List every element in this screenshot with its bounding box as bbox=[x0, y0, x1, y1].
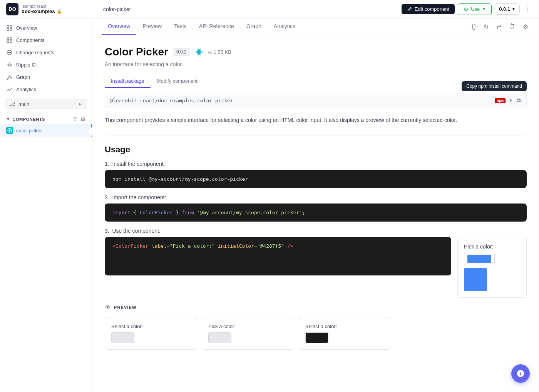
preview-color-input-2[interactable] bbox=[305, 332, 328, 343]
sidebar-item-label: Graph bbox=[16, 74, 30, 80]
version-button[interactable]: 0.0.1 ▼ bbox=[495, 3, 520, 15]
use-icon: ⚙ bbox=[464, 6, 469, 12]
framework-icon bbox=[195, 48, 203, 56]
code-view-button[interactable]: {} bbox=[470, 22, 477, 32]
components-icon bbox=[6, 37, 12, 43]
settings-button[interactable]: ⚙ bbox=[521, 22, 530, 32]
tag-close: /> bbox=[287, 243, 293, 249]
workspace-label: learnbit-react bbox=[22, 4, 62, 8]
component-item-label: color-picker bbox=[16, 128, 42, 133]
tab-preview[interactable]: Preview bbox=[136, 18, 168, 35]
filter-components-button[interactable]: ▽ bbox=[72, 115, 78, 123]
npm-dropdown-icon: ▼ bbox=[509, 98, 513, 103]
usage-step-2: 2. Import the component: import { ColorP… bbox=[105, 194, 527, 222]
preview-card-1-label: Pick a color: bbox=[208, 324, 288, 329]
import-module: { ColorPicker } bbox=[134, 210, 182, 215]
branch-selector[interactable]: ⎇ main ↩ bbox=[5, 98, 87, 109]
sidebar-item-overview[interactable]: Overview bbox=[0, 22, 92, 34]
components-actions: ▽ ⊞ bbox=[72, 115, 86, 123]
sidebar-item-color-picker[interactable]: color-picker bbox=[0, 124, 92, 137]
tab-overview[interactable]: Overview bbox=[102, 18, 136, 35]
code-use: <ColorPicker label="Pick a color:" initi… bbox=[105, 237, 451, 275]
sidebar-item-label: Ripple CI bbox=[16, 62, 37, 68]
size-icon: ⚖ bbox=[208, 49, 212, 55]
use-dropdown-icon: ▼ bbox=[482, 7, 486, 11]
divider bbox=[105, 135, 527, 135]
label-val: "Pick a color:" bbox=[170, 243, 215, 249]
install-package-tab[interactable]: Install package bbox=[105, 75, 151, 88]
tab-tests[interactable]: Tests bbox=[168, 18, 193, 35]
component-name-label: color-picker bbox=[103, 6, 397, 12]
svg-point-10 bbox=[7, 63, 12, 67]
tab-api-reference[interactable]: API Reference bbox=[193, 18, 240, 35]
topbar-logo: DO learnbit-react doc-examples 🔒 bbox=[6, 3, 99, 15]
color-picker-preview: Pick a color: bbox=[457, 237, 527, 298]
assistant-button[interactable] bbox=[511, 364, 530, 383]
modify-component-tab[interactable]: Modify component bbox=[151, 75, 204, 88]
project-label: doc-examples 🔒 bbox=[22, 8, 62, 14]
topbar: DO learnbit-react doc-examples 🔒 color-p… bbox=[0, 0, 539, 18]
sidebar-item-label: Change requests bbox=[16, 50, 54, 55]
sidebar-item-ripple-ci[interactable]: Ripple CI bbox=[0, 58, 92, 71]
eye-icon: 👁 bbox=[105, 304, 111, 311]
install-pkg-text: @learnbit-react/doc-examples.color-picke… bbox=[110, 98, 492, 103]
more-options-button[interactable]: ⋮ bbox=[523, 3, 533, 15]
sidebar-item-label: Overview bbox=[16, 25, 37, 31]
tab-graph[interactable]: Graph bbox=[240, 18, 268, 35]
preview-card-1: Pick a color: bbox=[202, 317, 294, 350]
branch-label: main bbox=[18, 101, 29, 107]
tab-actions: {} ↻ ⇄ ⏱ ⚙ bbox=[470, 22, 530, 32]
component-item-icon bbox=[6, 127, 13, 134]
sidebar: Overview Components Change requests Ripp… bbox=[0, 18, 92, 392]
svg-rect-2 bbox=[7, 28, 9, 30]
tabs-list: Overview Preview Tests API Reference Gra… bbox=[102, 18, 301, 35]
code-install: npm install @my-account/my-scope.color-p… bbox=[105, 170, 527, 188]
preview-cards: Select a color: Pick a color: Select a c… bbox=[105, 317, 527, 350]
history-button[interactable]: ⏱ bbox=[507, 22, 517, 32]
preview-color-input-0[interactable] bbox=[111, 332, 134, 343]
use-button[interactable]: ⚙ Use ▼ bbox=[458, 3, 492, 15]
npm-badge: npm bbox=[495, 98, 506, 103]
usage-step-1: 1. Install the component: npm install @m… bbox=[105, 161, 527, 188]
add-component-button[interactable]: ⊞ bbox=[80, 115, 86, 123]
sidebar-item-components[interactable]: Components bbox=[0, 34, 92, 46]
step-3-label: 3. Use the component: bbox=[105, 228, 527, 234]
refresh-button[interactable]: ↻ bbox=[482, 22, 490, 32]
install-row: @learnbit-react/doc-examples.color-picke… bbox=[105, 93, 527, 108]
preview-card-2: Select a color: bbox=[299, 317, 391, 350]
version-dropdown-icon: ▼ bbox=[512, 7, 516, 11]
sidebar-item-label: Components bbox=[16, 37, 45, 43]
compare-button[interactable]: ⇄ bbox=[495, 22, 503, 32]
sidebar-item-change-requests[interactable]: Change requests bbox=[0, 46, 92, 58]
preview-pick-label: Pick a color: bbox=[464, 244, 520, 250]
edit-component-button[interactable]: Edit component bbox=[402, 4, 455, 14]
usage-step-3: 3. Use the component: <ColorPicker label… bbox=[105, 228, 527, 298]
copy-pkg-button[interactable]: ⧉ bbox=[516, 96, 522, 105]
edit-icon bbox=[407, 7, 412, 12]
label-attr: label bbox=[152, 243, 167, 249]
sidebar-item-graph[interactable]: Graph bbox=[0, 71, 92, 83]
copy-tooltip: Copy npm install command bbox=[462, 81, 527, 91]
sidebar-item-analytics[interactable]: Analytics bbox=[0, 83, 92, 95]
branch-action-icon: ↩ bbox=[79, 101, 83, 107]
svg-rect-3 bbox=[10, 28, 12, 30]
code-use-block: <ColorPicker label="Pick a color:" initi… bbox=[105, 237, 451, 275]
code-import: import { ColorPicker } from '@my-account… bbox=[105, 204, 527, 222]
component-header: Color Picker 0.0.2 ⚖ 1.55 KB bbox=[105, 46, 527, 58]
svg-rect-5 bbox=[10, 38, 12, 40]
layout: Overview Components Change requests Ripp… bbox=[0, 18, 539, 392]
branch-icon: ⎇ bbox=[9, 101, 15, 107]
tab-analytics[interactable]: Analytics bbox=[268, 18, 301, 35]
components-section-label: ▼ COMPONENTS bbox=[6, 117, 45, 122]
preview-card-0: Select a color: bbox=[105, 317, 197, 350]
initial-color-attr: initialColor bbox=[218, 243, 254, 249]
svg-rect-7 bbox=[10, 41, 12, 43]
step-2-label: 2. Import the component: bbox=[105, 194, 527, 200]
analytics-icon bbox=[6, 86, 12, 92]
svg-point-9 bbox=[8, 64, 10, 66]
import-kw: import bbox=[112, 210, 131, 215]
preview-color-input-1[interactable] bbox=[208, 332, 231, 343]
import-pkg: '@my-account/my-scope.color-picker' bbox=[197, 210, 302, 215]
main-content: Overview Preview Tests API Reference Gra… bbox=[92, 18, 539, 392]
ripple-ci-icon bbox=[6, 62, 12, 68]
